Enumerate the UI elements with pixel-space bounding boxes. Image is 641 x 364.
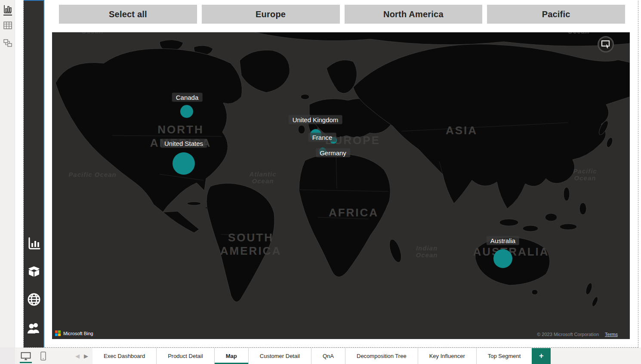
pages-bar-filler	[551, 348, 641, 364]
desktop-monitor-icon	[21, 352, 31, 361]
copyright-text: © 2023 Microsoft Corporation	[537, 332, 599, 337]
page-tab-customer-detail[interactable]: Customer Detail	[248, 348, 311, 364]
slicer-button-select-all[interactable]: Select all	[59, 5, 197, 24]
map-bubble-australia[interactable]	[493, 249, 512, 268]
desktop-layout-button[interactable]	[20, 351, 31, 361]
page-tab-map[interactable]: Map	[214, 348, 248, 364]
model-view-button[interactable]	[3, 38, 12, 48]
page-tab-qna[interactable]: QnA	[311, 348, 345, 364]
report-nav-panel[interactable]	[24, 0, 44, 348]
world-map-graphic	[52, 32, 630, 339]
slicer-button-north-america[interactable]: North America	[345, 5, 483, 24]
nav-globe-icon[interactable]	[27, 292, 41, 307]
page-tab-product-detail[interactable]: Product Detail	[156, 348, 214, 364]
slicer-button-europe[interactable]: Europe	[202, 5, 340, 24]
page-tab-key-influencer[interactable]: Key Influencer	[418, 348, 476, 364]
nav-people-icon[interactable]	[27, 321, 41, 335]
map-bubble-united-kingdom[interactable]	[310, 129, 321, 140]
table-icon	[3, 21, 12, 30]
map-bubble-france[interactable]	[330, 137, 337, 144]
page-tab-top-segment[interactable]: Top Segment	[476, 348, 532, 364]
page-nav-arrows: ◀ ▶	[71, 348, 92, 364]
rectangle-select-icon	[601, 40, 610, 49]
page-tab-exec-dashboard[interactable]: Exec Dashboard	[92, 348, 156, 364]
next-page-arrow[interactable]: ▶	[84, 353, 88, 359]
map-bubble-canada[interactable]	[180, 105, 193, 118]
data-view-button[interactable]	[3, 21, 12, 30]
pages-bar: ◀ ▶ Exec DashboardProduct DetailMapCusto…	[0, 348, 641, 364]
nav-product-box-icon[interactable]	[27, 264, 41, 279]
mobile-phone-icon	[40, 352, 46, 361]
terms-link[interactable]: Terms	[605, 332, 618, 337]
add-page-button[interactable]: +	[532, 348, 551, 364]
slicer-row: Select allEuropeNorth AmericaPacific	[59, 5, 625, 24]
page-tabs: Exec DashboardProduct DetailMapCustomer …	[92, 348, 532, 364]
page-tab-decomposition-tree[interactable]: Decomposition Tree	[345, 348, 418, 364]
model-relationships-icon	[3, 38, 12, 48]
microsoft-logo-icon	[55, 330, 61, 336]
view-switcher-rail	[0, 0, 15, 348]
bing-provider-label: Microsoft Bing	[63, 331, 93, 336]
map-bubble-germany[interactable]	[319, 148, 327, 155]
map-visual[interactable]: NORTH AMERICASOUTH AMERICAEUROPEAFRICAAS…	[52, 32, 630, 339]
map-lasso-select-button[interactable]	[598, 36, 614, 52]
powerbi-desktop-window: Select allEuropeNorth AmericaPacific	[0, 0, 641, 364]
mobile-layout-button[interactable]	[37, 351, 49, 361]
report-view-icon	[3, 4, 12, 14]
previous-page-arrow[interactable]: ◀	[75, 353, 80, 359]
report-view-button[interactable]	[3, 4, 12, 14]
pages-bar-corner	[0, 348, 15, 364]
layout-switcher	[15, 348, 71, 364]
bing-attribution: Microsoft Bing	[55, 330, 93, 336]
map-copyright: © 2023 Microsoft Corporation Terms	[537, 332, 618, 337]
nav-bar-chart-icon[interactable]	[27, 236, 41, 250]
slicer-button-pacific[interactable]: Pacific	[487, 5, 625, 24]
map-bubble-united-states[interactable]	[173, 152, 195, 175]
